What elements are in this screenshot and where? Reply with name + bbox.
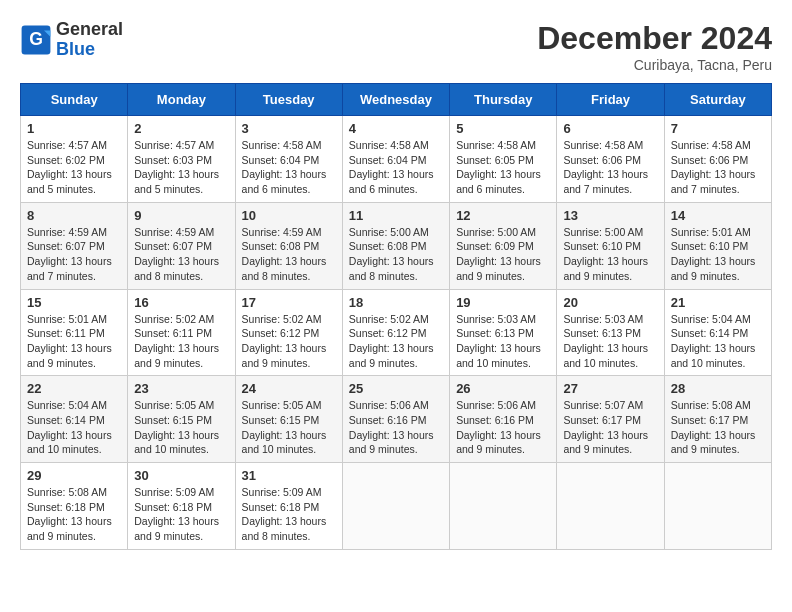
calendar-cell: 13Sunrise: 5:00 AM Sunset: 6:10 PM Dayli… [557,202,664,289]
day-number: 28 [671,381,765,396]
day-number: 10 [242,208,336,223]
day-info: Sunrise: 5:01 AM Sunset: 6:10 PM Dayligh… [671,225,765,284]
day-number: 2 [134,121,228,136]
svg-text:G: G [29,29,43,49]
calendar-table: SundayMondayTuesdayWednesdayThursdayFrid… [20,83,772,550]
day-number: 8 [27,208,121,223]
location: Curibaya, Tacna, Peru [537,57,772,73]
day-info: Sunrise: 4:59 AM Sunset: 6:08 PM Dayligh… [242,225,336,284]
month-title: December 2024 [537,20,772,57]
logo-icon: G [20,24,52,56]
weekday-header: Tuesday [235,84,342,116]
day-number: 21 [671,295,765,310]
day-number: 24 [242,381,336,396]
calendar-cell: 21Sunrise: 5:04 AM Sunset: 6:14 PM Dayli… [664,289,771,376]
day-info: Sunrise: 4:58 AM Sunset: 6:04 PM Dayligh… [349,138,443,197]
calendar-cell: 16Sunrise: 5:02 AM Sunset: 6:11 PM Dayli… [128,289,235,376]
weekday-header: Sunday [21,84,128,116]
day-number: 17 [242,295,336,310]
day-info: Sunrise: 5:00 AM Sunset: 6:10 PM Dayligh… [563,225,657,284]
calendar-cell: 23Sunrise: 5:05 AM Sunset: 6:15 PM Dayli… [128,376,235,463]
weekday-header: Thursday [450,84,557,116]
calendar-cell: 30Sunrise: 5:09 AM Sunset: 6:18 PM Dayli… [128,463,235,550]
calendar-cell: 24Sunrise: 5:05 AM Sunset: 6:15 PM Dayli… [235,376,342,463]
calendar-cell: 2Sunrise: 4:57 AM Sunset: 6:03 PM Daylig… [128,116,235,203]
calendar-cell: 25Sunrise: 5:06 AM Sunset: 6:16 PM Dayli… [342,376,449,463]
calendar-cell: 26Sunrise: 5:06 AM Sunset: 6:16 PM Dayli… [450,376,557,463]
day-number: 22 [27,381,121,396]
day-number: 31 [242,468,336,483]
calendar-cell [557,463,664,550]
day-number: 3 [242,121,336,136]
day-number: 26 [456,381,550,396]
day-info: Sunrise: 5:02 AM Sunset: 6:12 PM Dayligh… [242,312,336,371]
day-info: Sunrise: 5:04 AM Sunset: 6:14 PM Dayligh… [27,398,121,457]
calendar-cell: 7Sunrise: 4:58 AM Sunset: 6:06 PM Daylig… [664,116,771,203]
calendar-cell: 18Sunrise: 5:02 AM Sunset: 6:12 PM Dayli… [342,289,449,376]
calendar-cell: 10Sunrise: 4:59 AM Sunset: 6:08 PM Dayli… [235,202,342,289]
day-info: Sunrise: 4:58 AM Sunset: 6:04 PM Dayligh… [242,138,336,197]
day-info: Sunrise: 5:08 AM Sunset: 6:18 PM Dayligh… [27,485,121,544]
calendar-cell [664,463,771,550]
day-info: Sunrise: 5:03 AM Sunset: 6:13 PM Dayligh… [456,312,550,371]
day-number: 6 [563,121,657,136]
calendar-cell: 20Sunrise: 5:03 AM Sunset: 6:13 PM Dayli… [557,289,664,376]
logo-text: General Blue [56,20,123,60]
day-number: 30 [134,468,228,483]
calendar-week-row: 15Sunrise: 5:01 AM Sunset: 6:11 PM Dayli… [21,289,772,376]
calendar-cell: 17Sunrise: 5:02 AM Sunset: 6:12 PM Dayli… [235,289,342,376]
day-info: Sunrise: 5:02 AM Sunset: 6:12 PM Dayligh… [349,312,443,371]
day-info: Sunrise: 5:09 AM Sunset: 6:18 PM Dayligh… [242,485,336,544]
calendar-cell: 8Sunrise: 4:59 AM Sunset: 6:07 PM Daylig… [21,202,128,289]
logo: G General Blue [20,20,123,60]
calendar-cell: 15Sunrise: 5:01 AM Sunset: 6:11 PM Dayli… [21,289,128,376]
day-number: 5 [456,121,550,136]
calendar-week-row: 22Sunrise: 5:04 AM Sunset: 6:14 PM Dayli… [21,376,772,463]
day-info: Sunrise: 5:07 AM Sunset: 6:17 PM Dayligh… [563,398,657,457]
day-number: 25 [349,381,443,396]
day-number: 4 [349,121,443,136]
calendar-cell: 29Sunrise: 5:08 AM Sunset: 6:18 PM Dayli… [21,463,128,550]
day-number: 15 [27,295,121,310]
day-info: Sunrise: 4:59 AM Sunset: 6:07 PM Dayligh… [27,225,121,284]
day-number: 19 [456,295,550,310]
day-number: 14 [671,208,765,223]
day-number: 7 [671,121,765,136]
calendar-cell: 27Sunrise: 5:07 AM Sunset: 6:17 PM Dayli… [557,376,664,463]
day-number: 13 [563,208,657,223]
day-number: 18 [349,295,443,310]
weekday-header: Friday [557,84,664,116]
day-number: 11 [349,208,443,223]
calendar-cell: 5Sunrise: 4:58 AM Sunset: 6:05 PM Daylig… [450,116,557,203]
day-info: Sunrise: 5:05 AM Sunset: 6:15 PM Dayligh… [134,398,228,457]
calendar-header-row: SundayMondayTuesdayWednesdayThursdayFrid… [21,84,772,116]
calendar-cell: 9Sunrise: 4:59 AM Sunset: 6:07 PM Daylig… [128,202,235,289]
calendar-week-row: 8Sunrise: 4:59 AM Sunset: 6:07 PM Daylig… [21,202,772,289]
calendar-cell: 4Sunrise: 4:58 AM Sunset: 6:04 PM Daylig… [342,116,449,203]
calendar-cell: 22Sunrise: 5:04 AM Sunset: 6:14 PM Dayli… [21,376,128,463]
day-info: Sunrise: 5:06 AM Sunset: 6:16 PM Dayligh… [349,398,443,457]
day-info: Sunrise: 5:08 AM Sunset: 6:17 PM Dayligh… [671,398,765,457]
calendar-cell: 11Sunrise: 5:00 AM Sunset: 6:08 PM Dayli… [342,202,449,289]
day-info: Sunrise: 5:00 AM Sunset: 6:09 PM Dayligh… [456,225,550,284]
day-number: 16 [134,295,228,310]
day-number: 20 [563,295,657,310]
calendar-cell: 3Sunrise: 4:58 AM Sunset: 6:04 PM Daylig… [235,116,342,203]
day-number: 23 [134,381,228,396]
title-block: December 2024 Curibaya, Tacna, Peru [537,20,772,73]
weekday-header: Monday [128,84,235,116]
day-info: Sunrise: 4:57 AM Sunset: 6:03 PM Dayligh… [134,138,228,197]
day-number: 9 [134,208,228,223]
calendar-cell: 19Sunrise: 5:03 AM Sunset: 6:13 PM Dayli… [450,289,557,376]
calendar-cell: 14Sunrise: 5:01 AM Sunset: 6:10 PM Dayli… [664,202,771,289]
day-info: Sunrise: 4:58 AM Sunset: 6:05 PM Dayligh… [456,138,550,197]
day-info: Sunrise: 5:06 AM Sunset: 6:16 PM Dayligh… [456,398,550,457]
day-info: Sunrise: 5:01 AM Sunset: 6:11 PM Dayligh… [27,312,121,371]
day-info: Sunrise: 5:04 AM Sunset: 6:14 PM Dayligh… [671,312,765,371]
calendar-cell: 31Sunrise: 5:09 AM Sunset: 6:18 PM Dayli… [235,463,342,550]
calendar-cell: 12Sunrise: 5:00 AM Sunset: 6:09 PM Dayli… [450,202,557,289]
calendar-week-row: 29Sunrise: 5:08 AM Sunset: 6:18 PM Dayli… [21,463,772,550]
calendar-cell: 1Sunrise: 4:57 AM Sunset: 6:02 PM Daylig… [21,116,128,203]
day-info: Sunrise: 5:03 AM Sunset: 6:13 PM Dayligh… [563,312,657,371]
day-info: Sunrise: 5:00 AM Sunset: 6:08 PM Dayligh… [349,225,443,284]
